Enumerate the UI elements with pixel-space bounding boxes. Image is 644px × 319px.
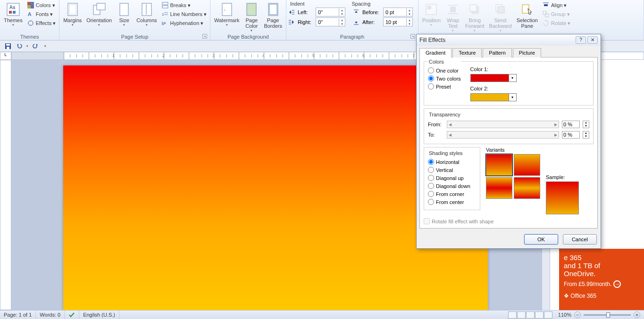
radio-preset[interactable]: Preset [428,82,461,90]
view-draft[interactable] [544,311,552,319]
variant-2[interactable] [514,154,540,176]
send-backward-icon [493,2,508,17]
page-borders-button[interactable]: Page Borders [262,1,284,30]
redo-button[interactable] [31,42,40,50]
zoom-in[interactable]: + [634,311,640,318]
view-buttons [506,311,554,319]
breaks-button[interactable]: Breaks ▾ [160,1,208,9]
transparency-to-slider[interactable]: ◀▶ [447,131,559,139]
vertical-ruler[interactable] [0,60,11,310]
svg-point-9 [28,21,33,25]
variant-4[interactable] [514,177,540,199]
save-button[interactable] [4,42,12,50]
view-web[interactable] [526,311,535,319]
svg-rect-5 [31,2,34,5]
spacing-before-icon [353,9,360,16]
theme-colors-button[interactable]: Colors ▾ [25,1,57,9]
svg-rect-7 [31,5,34,8]
selection-pane-icon [519,2,535,17]
spacing-after-input[interactable]: ▲▼ [383,17,413,26]
status-bar: Page: 1 of 1 Words: 0 English (U.S.) 110… [0,310,644,319]
transparency-from-value[interactable]: 0 % [562,121,580,128]
svg-rect-3 [13,11,16,14]
variant-1[interactable] [486,154,512,176]
spacing-after-icon [353,19,360,25]
orientation-icon [92,2,107,17]
spacing-label: Spacing [319,1,371,7]
svg-rect-47 [544,4,548,6]
office-promo[interactable]: e 365 and 1 TB of OneDrive. From £5.99/m… [559,249,644,310]
tab-selector[interactable]: L [0,52,11,60]
indent-left-input[interactable]: ▲▼ [316,8,345,16]
theme-fonts-button[interactable]: AFonts ▾ [25,10,57,18]
zoom-level[interactable]: 110% [558,312,571,318]
zoom-slider-knob[interactable] [606,312,610,318]
dialog-help-button[interactable]: ? [576,36,586,44]
radio-horizontal[interactable]: Horizontal [428,158,476,166]
tab-gradient[interactable]: Gradient [419,48,452,57]
view-fullscreen[interactable] [517,311,526,319]
page-color-button[interactable]: Page Color▾ [242,1,261,33]
transparency-from-slider[interactable]: ◀▶ [447,121,559,128]
margins-button[interactable]: Margins▾ [61,1,84,28]
themes-icon: Aa [6,2,21,17]
radio-diag-down[interactable]: Diagonal down [428,182,476,190]
line-numbers-button[interactable]: 1Line Numbers ▾ [160,10,208,18]
undo-dropdown[interactable]: ▾ [26,44,28,48]
variant-3[interactable] [486,177,512,199]
svg-text:bª: bª [162,21,166,26]
svg-rect-42 [470,5,477,11]
spacing-before-input[interactable]: ▲▼ [383,8,413,16]
view-print-layout[interactable] [508,311,517,319]
align-button[interactable]: Align ▾ [541,1,572,9]
status-language[interactable]: English (U.S.) [79,311,119,319]
watermark-icon: A [219,2,234,17]
themes-button[interactable]: Aa Themes▾ [2,1,25,28]
send-backward-button: Send Backward▾ [487,1,513,33]
radio-one-color[interactable]: One color [428,66,461,74]
arrow-icon: → [613,280,621,288]
columns-button[interactable]: Columns▾ [134,1,159,28]
paragraph-launcher[interactable]: ↘ [410,34,415,39]
tab-picture[interactable]: Picture [513,48,541,57]
line-numbers-icon: 1 [161,10,169,18]
size-button[interactable]: Size▾ [115,1,134,28]
undo-button[interactable] [15,42,24,50]
indent-right-input[interactable]: ▲▼ [316,17,345,26]
color2-picker[interactable]: ▾ [470,93,517,101]
qat-customize[interactable]: ▾ [44,44,46,48]
selection-pane-button[interactable]: Selection Pane [515,1,540,30]
radio-two-colors[interactable]: Two colors [428,74,461,82]
transparency-to-value[interactable]: 0 % [562,131,580,139]
theme-effects-button[interactable]: Effects ▾ [25,19,57,27]
ok-button[interactable]: OK [524,234,558,245]
color1-picker[interactable]: ▾ [470,74,517,82]
effects-icon [27,19,34,27]
radio-vertical[interactable]: Vertical [428,166,476,174]
svg-rect-25 [247,3,256,16]
group-icon [542,10,550,18]
radio-from-center[interactable]: From center [428,198,476,206]
radio-from-corner[interactable]: From corner [428,190,476,198]
page-setup-launcher[interactable]: ↘ [202,34,207,39]
group-label-page-background: Page Background [212,33,284,40]
view-outline[interactable] [535,311,544,319]
cancel-button[interactable]: Cancel [563,234,597,245]
variants-grid [486,154,540,199]
zoom-out[interactable]: − [574,311,581,318]
status-page[interactable]: Page: 1 of 1 [0,311,36,319]
tab-texture[interactable]: Texture [452,48,482,57]
dialog-close-button[interactable]: ✕ [587,36,598,44]
dialog-titlebar[interactable]: Fill Effects ? ✕ [417,34,601,46]
sample-preview [546,181,579,214]
orientation-button[interactable]: Orientation▾ [84,1,114,28]
status-proofing[interactable] [65,311,79,319]
status-words[interactable]: Words: 0 [36,311,65,319]
tab-pattern[interactable]: Pattern [483,48,511,57]
size-icon [117,2,132,17]
watermark-button[interactable]: AWatermark▾ [212,1,241,28]
hyphenation-button[interactable]: bªHyphenation ▾ [160,19,208,27]
group-page-background: AWatermark▾ Page Color▾ Page Borders Pag… [210,0,286,40]
zoom-slider[interactable] [584,314,631,316]
radio-diag-up[interactable]: Diagonal up [428,174,476,182]
